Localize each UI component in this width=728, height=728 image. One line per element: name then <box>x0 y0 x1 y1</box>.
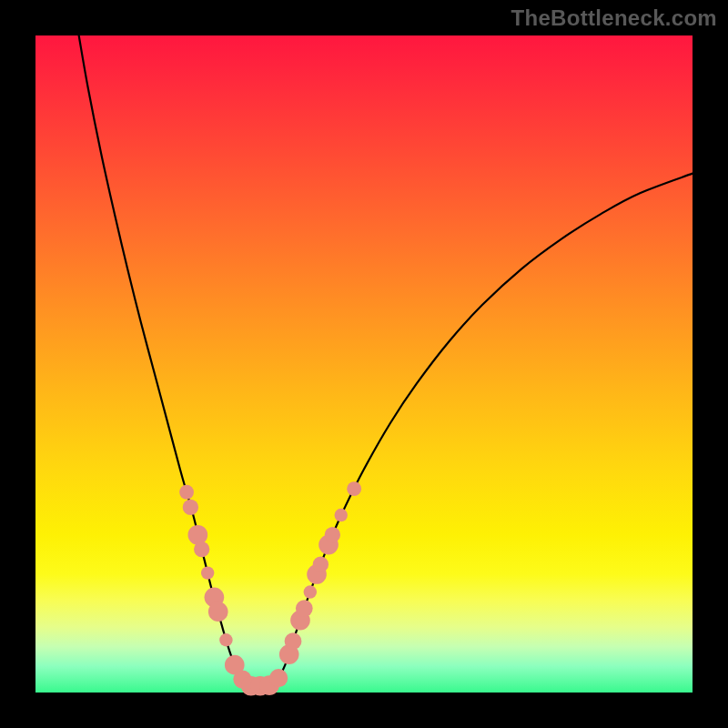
data-marker <box>208 602 228 622</box>
data-marker <box>285 632 302 650</box>
data-marker <box>269 669 288 687</box>
markers-group <box>179 481 361 695</box>
plot-area <box>35 35 693 693</box>
data-marker <box>183 500 198 515</box>
chart-svg <box>35 35 693 693</box>
watermark-text: TheBottleneck.com <box>511 5 717 31</box>
bottleneck-curve <box>79 35 693 686</box>
data-marker <box>219 633 232 646</box>
data-marker <box>296 600 313 617</box>
data-marker <box>179 485 194 500</box>
data-marker <box>188 525 208 545</box>
data-marker <box>201 566 214 579</box>
data-marker <box>335 509 348 521</box>
data-marker <box>313 557 329 572</box>
data-marker <box>347 481 361 496</box>
data-marker <box>325 527 340 542</box>
chart-frame: TheBottleneck.com <box>0 0 728 728</box>
data-marker <box>194 541 209 557</box>
data-marker <box>304 585 317 598</box>
